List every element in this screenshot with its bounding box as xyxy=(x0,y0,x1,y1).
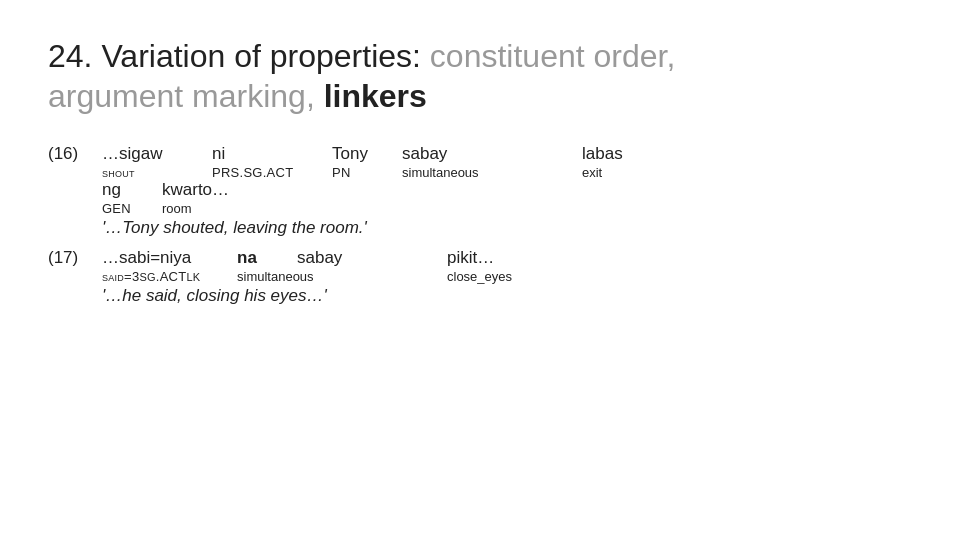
title-part3: argument marking, xyxy=(48,78,324,114)
slide-title: 24. Variation of properties: constituent… xyxy=(48,36,912,116)
entry-16: (16) …sigaw ni Tony sabay labas shout PR… xyxy=(48,144,912,238)
content-area: (16) …sigaw ni Tony sabay labas shout PR… xyxy=(48,144,912,306)
entry-16-sigaw: …sigaw xyxy=(102,144,212,164)
entry-17-sabi: …sabi=niya xyxy=(102,248,237,268)
entry-17-number: (17) xyxy=(48,248,102,268)
entry-16-tony: Tony xyxy=(332,144,402,164)
entry-16-gloss-prs: PRS.SG.ACT xyxy=(212,165,332,180)
entry-17-gloss-close: close_eyes xyxy=(447,269,567,284)
entry-16-gloss-line: shout PRS.SG.ACT PN simultaneous exit xyxy=(102,165,912,180)
entry-16-word-line: (16) …sigaw ni Tony sabay labas xyxy=(48,144,912,164)
entry-17-na: na xyxy=(237,248,297,268)
entry-16-gloss-exit: exit xyxy=(582,165,662,180)
title-part2: constituent order, xyxy=(430,38,675,74)
entry-16-sabay: sabay xyxy=(402,144,582,164)
entry-17: (17) …sabi=niya na sabay pikit… said=3SG… xyxy=(48,248,912,306)
entry-16-gloss-shout: shout xyxy=(102,165,212,180)
entry-17-pikit: pikit… xyxy=(447,248,567,268)
slide: 24. Variation of properties: constituent… xyxy=(0,0,960,540)
entry-17-sabay: sabay xyxy=(297,248,447,268)
entry-17-word-line: (17) …sabi=niya na sabay pikit… xyxy=(48,248,912,268)
entry-16-labas: labas xyxy=(582,144,662,164)
title-part1: 24. Variation of properties: xyxy=(48,38,430,74)
entry-17-gloss-line: said=3SG.ACTLK simultaneous close_eyes xyxy=(102,269,912,284)
entry-16-ng: ng xyxy=(102,180,162,200)
entry-16-gloss-line2: GEN room xyxy=(102,201,912,216)
entry-16-translation: '…Tony shouted, leaving the room.' xyxy=(102,218,912,238)
title-part4: linkers xyxy=(324,78,427,114)
entry-17-gloss-said: said=3SG.ACTLK xyxy=(102,269,237,284)
entry-16-gloss-simul: simultaneous xyxy=(402,165,582,180)
entry-16-gloss-gen: GEN xyxy=(102,201,162,216)
entry-16-ni: ni xyxy=(212,144,332,164)
entry-16-word-line2: ng kwarto… xyxy=(48,180,912,200)
entry-17-gloss-simul: simultaneous xyxy=(237,269,447,284)
entry-16-gloss-room: room xyxy=(162,201,262,216)
entry-16-kwarto: kwarto… xyxy=(162,180,262,200)
entry-17-translation: '…he said, closing his eyes…' xyxy=(102,286,912,306)
entry-16-gloss-pn: PN xyxy=(332,165,402,180)
entry-16-number: (16) xyxy=(48,144,102,164)
